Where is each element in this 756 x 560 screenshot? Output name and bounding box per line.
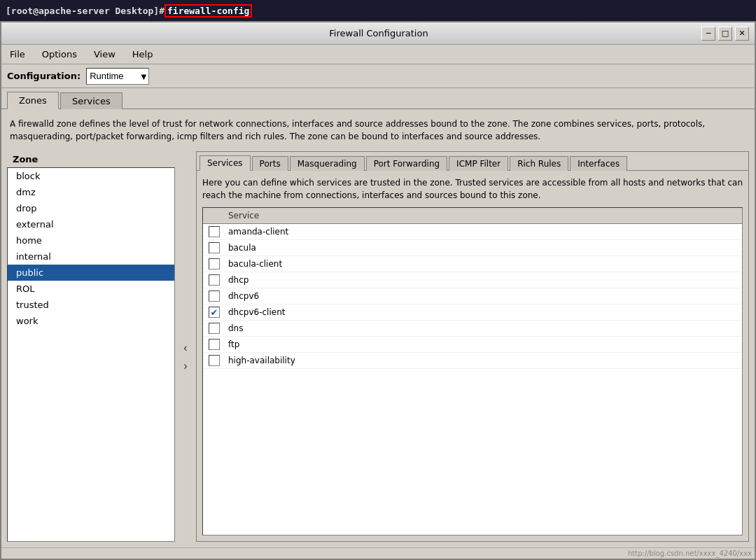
- menu-file[interactable]: File: [7, 48, 28, 61]
- sub-tab-masquerading[interactable]: Masquerading: [290, 156, 365, 171]
- zone-item-drop[interactable]: drop: [8, 200, 174, 216]
- zone-item-internal[interactable]: internal: [8, 248, 174, 265]
- menu-options[interactable]: Options: [39, 48, 80, 61]
- menu-view[interactable]: View: [91, 48, 118, 61]
- sub-tab-services[interactable]: Services: [200, 155, 251, 171]
- service-name-dns: dns: [228, 323, 243, 333]
- menu-bar: File Options View Help: [1, 45, 755, 64]
- service-name-ftp: ftp: [228, 340, 239, 349]
- service-name-dhcpv6-client: dhcpv6-client: [228, 307, 285, 317]
- checkmark-icon: ✔: [211, 307, 218, 318]
- zone-item-rol[interactable]: ROL: [8, 281, 174, 297]
- config-label: Configuration:: [7, 71, 80, 81]
- window-buttons: ─ □ ✕: [701, 27, 749, 41]
- service-checkbox-amanda-client[interactable]: [209, 226, 220, 237]
- sub-tab-ports[interactable]: Ports: [252, 156, 288, 171]
- sub-tab-port-forwarding[interactable]: Port Forwarding: [366, 156, 447, 171]
- maximize-button[interactable]: □: [718, 27, 732, 41]
- config-select[interactable]: Runtime Permanent: [86, 68, 149, 85]
- config-bar: Configuration: Runtime Permanent ▼: [1, 64, 755, 88]
- table-row[interactable]: ftp: [203, 337, 742, 353]
- zone-item-external[interactable]: external: [8, 216, 174, 232]
- tab-zones[interactable]: Zones: [7, 92, 59, 109]
- zone-item-public[interactable]: public: [8, 265, 174, 281]
- table-row[interactable]: high-availability: [203, 353, 742, 369]
- table-row[interactable]: amanda-client: [203, 224, 742, 240]
- service-name-amanda-client: amanda-client: [228, 227, 288, 237]
- arrows-column: ‹ ›: [175, 151, 196, 542]
- minimize-button[interactable]: ─: [701, 27, 715, 41]
- services-table-header: Service: [203, 208, 742, 224]
- scroll-right-button[interactable]: ›: [183, 360, 187, 372]
- config-select-wrapper[interactable]: Runtime Permanent ▼: [86, 68, 149, 85]
- table-row[interactable]: dhcpv6: [203, 288, 742, 304]
- table-row[interactable]: bacula: [203, 240, 742, 256]
- service-checkbox-dhcpv6-client[interactable]: ✔: [209, 307, 220, 318]
- service-checkbox-dhcp[interactable]: [209, 274, 220, 286]
- table-row[interactable]: bacula-client: [203, 256, 742, 272]
- zone-item-dmz[interactable]: dmz: [8, 184, 174, 200]
- service-checkbox-high-availability[interactable]: [209, 355, 220, 366]
- sub-tab-interfaces[interactable]: Interfaces: [570, 156, 627, 171]
- right-panel: Services Ports Masquerading Port Forward…: [196, 151, 749, 542]
- watermark: http://blog.csdn.net/xxxx_4240/xxx: [1, 547, 755, 559]
- zone-item-trusted[interactable]: trusted: [8, 297, 174, 313]
- service-checkbox-bacula[interactable]: [209, 242, 220, 253]
- zone-item-home[interactable]: home: [8, 232, 174, 248]
- table-row[interactable]: dhcp: [203, 272, 742, 288]
- table-row[interactable]: ✔ dhcpv6-client: [203, 304, 742, 321]
- sub-tabs-bar: Services Ports Masquerading Port Forward…: [197, 152, 748, 171]
- services-table-body[interactable]: amanda-client bacula bacula-client: [203, 224, 742, 535]
- terminal-prompt: [root@apache-server Desktop]#: [6, 6, 164, 16]
- table-row[interactable]: dns: [203, 321, 742, 337]
- services-description: Here you can define which services are t…: [202, 176, 743, 202]
- services-table-container: Service amanda-client bacula: [202, 207, 743, 536]
- service-checkbox-bacula-client[interactable]: [209, 258, 220, 270]
- content-area: A firewalld zone defines the level of tr…: [1, 109, 755, 547]
- service-name-dhcpv6: dhcpv6: [228, 291, 259, 301]
- menu-help[interactable]: Help: [130, 48, 156, 61]
- zone-item-work[interactable]: work: [8, 313, 174, 329]
- service-checkbox-dns[interactable]: [209, 323, 220, 334]
- sub-tab-icmp-filter[interactable]: ICMP Filter: [449, 156, 508, 171]
- main-tabs-bar: Zones Services: [1, 88, 755, 109]
- service-checkbox-dhcpv6[interactable]: [209, 290, 220, 302]
- scroll-left-button[interactable]: ‹: [183, 342, 187, 354]
- zone-list-container: Zone block dmz drop external home intern…: [7, 151, 175, 542]
- zone-description: A firewalld zone defines the level of tr…: [7, 115, 749, 146]
- terminal-command: firewall-config: [164, 4, 252, 18]
- window-title: Firewall Configuration: [56, 28, 701, 38]
- service-name-bacula: bacula: [228, 243, 256, 253]
- close-button[interactable]: ✕: [735, 27, 749, 41]
- service-name-dhcp: dhcp: [228, 275, 248, 285]
- service-name-bacula-client: bacula-client: [228, 259, 282, 269]
- sub-tab-rich-rules[interactable]: Rich Rules: [510, 156, 568, 171]
- zone-item-block[interactable]: block: [8, 168, 174, 184]
- zone-list: block dmz drop external home internal pu…: [7, 167, 175, 542]
- title-bar: Firewall Configuration ─ □ ✕: [1, 22, 755, 45]
- zone-list-header: Zone: [7, 151, 175, 167]
- tab-services[interactable]: Services: [60, 92, 122, 109]
- zone-panel: Zone block dmz drop external home intern…: [7, 151, 749, 542]
- main-window: Firewall Configuration ─ □ ✕ File Option…: [0, 21, 756, 560]
- service-checkbox-ftp[interactable]: [209, 339, 220, 350]
- terminal-bar: [root@apache-server Desktop]# firewall-c…: [0, 0, 756, 21]
- services-content: Here you can define which services are t…: [197, 171, 748, 541]
- service-name-high-availability: high-availability: [228, 356, 295, 365]
